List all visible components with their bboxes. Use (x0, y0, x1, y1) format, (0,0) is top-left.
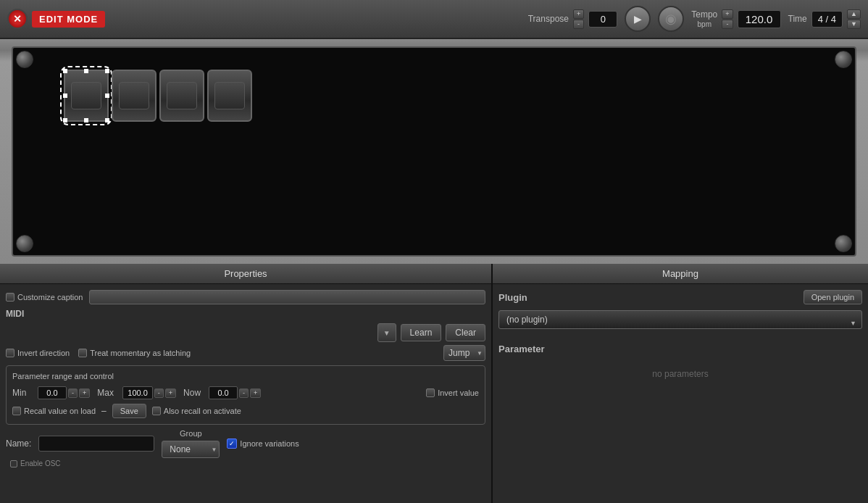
widget-container (64, 70, 252, 122)
max-minus-btn[interactable]: - (154, 388, 164, 398)
save-button[interactable]: Save (112, 404, 146, 418)
none-select-wrapper: None (162, 441, 220, 458)
invert-value-checkbox[interactable] (426, 388, 435, 397)
open-plugin-button[interactable]: Open plugin (804, 290, 862, 304)
play-icon: ▶ (634, 13, 642, 25)
time-up-btn[interactable]: ▲ (847, 9, 861, 19)
handle-tl[interactable] (63, 69, 67, 73)
also-recall-label[interactable]: Also recall on activate (152, 407, 241, 415)
record-icon: ◉ (665, 11, 677, 27)
tempo-value[interactable]: 120.0 (738, 10, 781, 28)
transpose-label: Transpose (528, 14, 569, 24)
properties-header: Properties (0, 264, 491, 284)
midi-dropdown-btn[interactable]: ▼ (377, 323, 396, 342)
invert-row: Invert direction Treat momentary as latc… (6, 345, 485, 361)
edit-mode-label: EDIT MODE (32, 11, 105, 28)
enable-osc-checkbox[interactable] (10, 460, 17, 467)
transpose-minus-btn[interactable]: - (573, 20, 584, 29)
now-minus-btn[interactable]: - (239, 388, 249, 398)
close-icon[interactable]: ✕ (7, 9, 28, 29)
handle-tm[interactable] (84, 69, 88, 73)
now-input-group: 0.0 - + (209, 386, 261, 399)
customize-caption-row: Customize caption (6, 290, 485, 304)
ignore-variations-check[interactable]: ✓ Ignore variations (227, 438, 299, 449)
invert-value-check[interactable]: Invert value (426, 388, 479, 397)
treat-momentary-label[interactable]: Treat momentary as latching (78, 349, 191, 357)
mapping-panel: Mapping Plugin Open plugin (no plugin) P… (493, 264, 868, 503)
topbar: ✕ EDIT MODE Transpose + - 0 ▶ ◉ Tempo bp… (0, 0, 868, 39)
min-minus-btn[interactable]: - (68, 388, 78, 398)
treat-momentary-checkbox[interactable] (78, 349, 87, 357)
screw-top-left (16, 51, 33, 68)
learn-button[interactable]: Learn (401, 324, 442, 341)
play-button[interactable]: ▶ (625, 6, 651, 32)
min-input-group: 0.0 - + (38, 386, 90, 399)
handle-bl[interactable] (63, 118, 67, 122)
jump-select-wrapper: Jump (443, 345, 485, 361)
range-row: Min 0.0 - + Max 100.0 (12, 386, 479, 399)
clear-button[interactable]: Clear (446, 324, 485, 341)
customize-caption-checkbox[interactable] (6, 293, 14, 302)
min-value[interactable]: 0.0 (38, 386, 67, 399)
handle-tr[interactable] (105, 69, 109, 73)
max-input-group: 100.0 - + (122, 386, 176, 399)
bottom-panels: Properties Customize caption MIDI (0, 264, 868, 503)
time-value[interactable]: 4 / 4 (811, 11, 843, 28)
customize-caption-label[interactable]: Customize caption (6, 293, 83, 302)
transpose-plus-btn[interactable]: + (573, 9, 584, 19)
time-section: Time 4 / 4 ▲ ▼ (788, 9, 861, 29)
max-plus-btn[interactable]: + (165, 388, 176, 398)
name-input[interactable] (38, 436, 154, 452)
now-plus-btn[interactable]: + (250, 388, 261, 398)
widget-btn-1[interactable] (64, 70, 109, 122)
jump-select[interactable]: Jump (443, 345, 485, 361)
widget-btn-4[interactable] (207, 70, 252, 122)
time-down-btn[interactable]: ▼ (847, 20, 861, 29)
plugin-select-wrapper: (no plugin) (498, 310, 862, 336)
max-value[interactable]: 100.0 (122, 386, 153, 399)
edit-mode-badge: ✕ EDIT MODE (7, 9, 105, 29)
properties-content: Customize caption MIDI ▼ Learn Clear (0, 284, 491, 503)
time-label: Time (788, 14, 807, 24)
also-recall-checkbox[interactable] (152, 407, 161, 415)
recall-dash: – (101, 406, 107, 416)
min-plus-btn[interactable]: + (79, 388, 90, 398)
now-label: Now (183, 388, 201, 398)
plugin-title-row: Plugin Open plugin (498, 290, 862, 304)
handle-ml[interactable] (63, 93, 67, 98)
midi-label: MIDI (6, 309, 24, 319)
ignore-variations-checkbox[interactable]: ✓ (227, 438, 237, 449)
now-plus-minus: - + (239, 388, 261, 398)
invert-direction-checkbox[interactable] (6, 349, 14, 357)
param-range-box: Parameter range and control Min 0.0 - + (6, 365, 485, 425)
none-select[interactable]: None (162, 441, 220, 458)
tempo-bpm-label: bpm (698, 20, 711, 28)
screw-bottom-left (16, 235, 33, 252)
main-canvas[interactable] (12, 46, 856, 257)
caption-input[interactable] (89, 290, 486, 304)
now-value[interactable]: 0.0 (209, 386, 238, 399)
max-plus-minus: - + (154, 388, 176, 398)
widget-btn-3[interactable] (159, 70, 204, 122)
record-button[interactable]: ◉ (658, 6, 684, 32)
tempo-label: Tempo (691, 9, 717, 20)
min-plus-minus: - + (68, 388, 90, 398)
canvas-wrapper (0, 39, 868, 264)
selection-handles (65, 71, 107, 120)
handle-br[interactable] (105, 118, 109, 122)
handle-bm[interactable] (84, 118, 88, 122)
recall-label[interactable]: Recall value on load (12, 407, 96, 415)
tempo-section: Tempo bpm + - 120.0 (691, 9, 780, 29)
midi-row: MIDI (6, 309, 485, 319)
widget-btn-2[interactable] (112, 70, 157, 122)
plugin-label: Plugin (498, 292, 527, 303)
handle-mr[interactable] (105, 93, 109, 98)
plugin-select[interactable]: (no plugin) (498, 310, 862, 329)
recall-checkbox[interactable] (12, 407, 21, 415)
invert-direction-label[interactable]: Invert direction (6, 349, 70, 357)
transpose-value[interactable]: 0 (588, 11, 617, 28)
tempo-plus-btn[interactable]: + (722, 9, 733, 19)
enable-osc-row[interactable]: Enable OSC (10, 460, 485, 467)
group-section: Group None (162, 429, 220, 458)
tempo-minus-btn[interactable]: - (722, 20, 733, 29)
